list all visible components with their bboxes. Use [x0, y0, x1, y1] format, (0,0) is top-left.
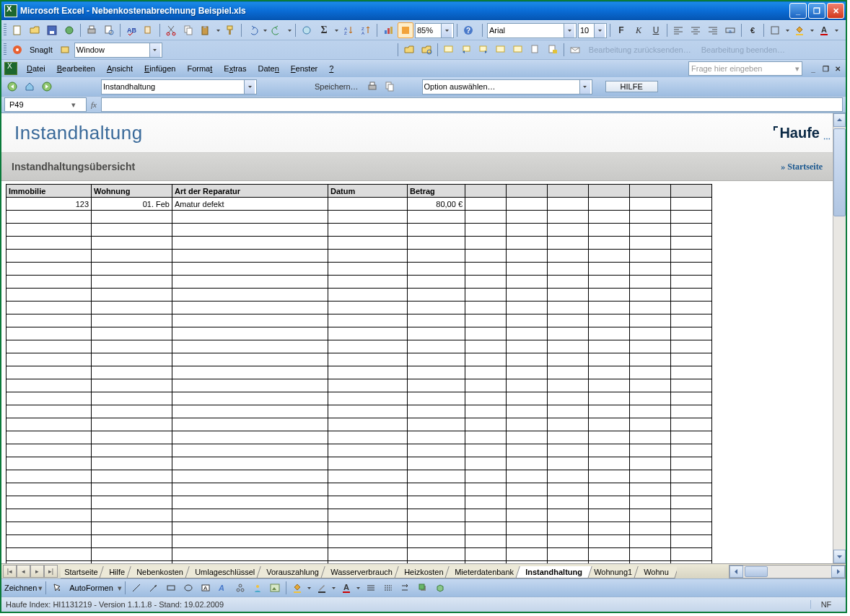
- research-icon[interactable]: [141, 22, 157, 38]
- ask-question-box[interactable]: Frage hier eingeben▾: [688, 61, 802, 76]
- oval-icon[interactable]: [180, 580, 196, 596]
- end-review[interactable]: Bearbeitung beenden…: [697, 45, 789, 54]
- draw-menu[interactable]: Zeichnen: [4, 584, 37, 592]
- chart-wizard-icon[interactable]: [380, 22, 396, 38]
- fx-icon[interactable]: fx: [87, 100, 101, 109]
- excel-small-icon[interactable]: [4, 62, 17, 75]
- tab-wasserverbrauch[interactable]: Wasserverbrauch: [320, 566, 402, 578]
- print-preview-icon[interactable]: [101, 22, 117, 38]
- comment-new-icon[interactable]: [441, 42, 457, 58]
- track-changes-icon[interactable]: [527, 42, 543, 58]
- tab-instandhaltung[interactable]: Instandhaltung: [516, 566, 592, 578]
- snagit-capture-icon[interactable]: [57, 42, 73, 58]
- spelling-icon[interactable]: AB: [123, 22, 139, 38]
- save-icon[interactable]: [44, 22, 60, 38]
- new-folder-icon[interactable]: [401, 42, 417, 58]
- menu-window[interactable]: Fenster: [286, 63, 323, 74]
- merge-center-icon[interactable]: a: [722, 22, 738, 38]
- tab-wohnu[interactable]: Wohnu: [634, 566, 677, 578]
- mdi-restore[interactable]: ❐: [820, 63, 831, 74]
- horizontal-scrollbar[interactable]: [729, 565, 846, 578]
- minimize-button[interactable]: _: [789, 3, 807, 19]
- nav-forward-icon[interactable]: [39, 79, 55, 94]
- line-color-icon[interactable]: [314, 580, 330, 596]
- arrow-icon[interactable]: [146, 580, 162, 596]
- tab-first-icon[interactable]: |◂: [3, 565, 17, 578]
- sheet-select-combo[interactable]: Instandhaltung: [101, 79, 257, 94]
- autosum-icon[interactable]: Σ: [316, 22, 332, 38]
- help-button[interactable]: HILFE: [605, 81, 658, 92]
- line-icon[interactable]: [128, 580, 144, 596]
- wordart-icon[interactable]: A: [215, 580, 231, 596]
- close-button[interactable]: ✕: [827, 3, 844, 19]
- nav-home-icon[interactable]: [22, 79, 38, 94]
- menu-edit[interactable]: Bearbeiten: [52, 63, 100, 74]
- maximize-button[interactable]: ❐: [808, 3, 825, 19]
- rectangle-icon[interactable]: [163, 580, 179, 596]
- snagit-icon[interactable]: [9, 42, 25, 58]
- send-back-review[interactable]: Bearbeitung zurücksenden…: [584, 45, 696, 54]
- vertical-scrollbar[interactable]: [833, 113, 846, 563]
- clipart-icon[interactable]: [250, 580, 266, 596]
- drawing-toggle-icon[interactable]: [398, 22, 413, 38]
- paste-icon[interactable]: [198, 22, 214, 38]
- tab-umlageschluessel[interactable]: Umlageschlüssel: [185, 566, 266, 578]
- align-left-icon[interactable]: [670, 22, 686, 38]
- tab-last-icon[interactable]: ▸|: [44, 565, 58, 578]
- sort-asc-icon[interactable]: AZ: [341, 22, 356, 38]
- mdi-minimize[interactable]: _: [808, 63, 818, 74]
- picture-icon[interactable]: [267, 580, 283, 596]
- data-table[interactable]: Immobilie Wohnung Art der Reparatur Datu…: [6, 184, 712, 563]
- formula-input[interactable]: [101, 97, 843, 112]
- sheet-content[interactable]: Instandhaltung Haufe Instandhaltungsüber…: [1, 113, 833, 563]
- menu-extras[interactable]: Extras: [219, 63, 251, 74]
- align-center-icon[interactable]: [688, 22, 704, 38]
- menu-help[interactable]: ?: [324, 63, 338, 74]
- tab-mieterdatenbank[interactable]: Mieterdatenbank: [445, 566, 524, 578]
- select-objects-icon[interactable]: [49, 580, 65, 596]
- start-link[interactable]: » Startseite: [781, 162, 823, 172]
- cut-icon[interactable]: [163, 22, 179, 38]
- font-color-icon[interactable]: A: [816, 22, 832, 38]
- undo-icon[interactable]: [245, 22, 260, 38]
- tab-nebenkosten[interactable]: Nebenkosten: [127, 566, 193, 578]
- arrow-style-icon[interactable]: [398, 580, 413, 596]
- copy-icon[interactable]: [180, 22, 196, 38]
- permission-icon[interactable]: [61, 22, 77, 38]
- font-size-combo[interactable]: 10: [578, 23, 607, 38]
- tab-prev-icon[interactable]: ◂: [17, 565, 30, 578]
- menu-file[interactable]: Datei: [22, 63, 51, 74]
- protect-icon[interactable]: [545, 42, 561, 58]
- redo-icon[interactable]: [269, 22, 285, 38]
- table-row[interactable]: 123 01. Feb Amatur defekt 80,00 €: [6, 198, 712, 211]
- format-painter-icon[interactable]: [222, 22, 238, 38]
- print-icon-2[interactable]: [364, 79, 380, 94]
- menu-view[interactable]: Ansicht: [102, 63, 138, 74]
- comment-prev-icon[interactable]: [458, 42, 474, 58]
- scroll-thumb[interactable]: [833, 128, 846, 216]
- mdi-close[interactable]: ✕: [833, 63, 843, 74]
- ink-icon[interactable]: [510, 42, 526, 58]
- scroll-down-icon[interactable]: [833, 550, 846, 563]
- name-box[interactable]: P49▾: [4, 97, 87, 112]
- menu-format[interactable]: Format: [182, 63, 217, 74]
- tab-vorauszahlung[interactable]: Vorauszahlung: [257, 566, 329, 578]
- zoom-combo[interactable]: 85%: [415, 23, 454, 38]
- 3d-icon[interactable]: [432, 580, 448, 596]
- option-select-combo[interactable]: Option auswählen…: [422, 79, 592, 94]
- font-color-icon-2[interactable]: A: [338, 580, 354, 596]
- line-style-icon[interactable]: [363, 580, 379, 596]
- bold-icon[interactable]: F: [613, 22, 629, 38]
- new-icon[interactable]: [9, 22, 25, 38]
- hyperlink-icon[interactable]: [299, 22, 315, 38]
- hscroll-left-icon[interactable]: [729, 566, 743, 578]
- menu-data[interactable]: Daten: [253, 63, 284, 74]
- dash-style-icon[interactable]: [380, 580, 396, 596]
- textbox-icon[interactable]: A: [198, 580, 214, 596]
- scroll-up-icon[interactable]: [833, 113, 846, 127]
- open-folder-icon[interactable]: [419, 42, 434, 58]
- open-icon[interactable]: [27, 22, 43, 38]
- nav-back-icon[interactable]: [4, 79, 20, 94]
- fill-color-icon[interactable]: [792, 22, 807, 38]
- sort-desc-icon[interactable]: ZA: [358, 22, 374, 38]
